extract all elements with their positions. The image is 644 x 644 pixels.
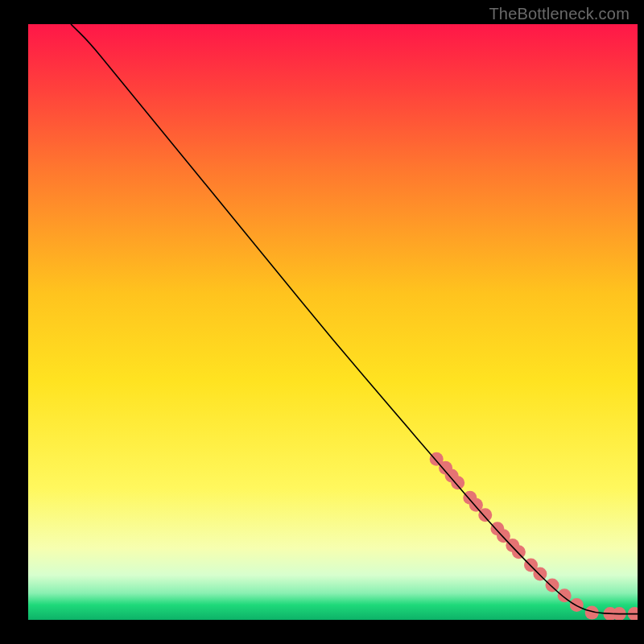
data-marker bbox=[533, 568, 547, 581]
chart-stage: TheBottleneck.com bbox=[0, 0, 644, 644]
data-marker bbox=[546, 579, 559, 592]
data-marker bbox=[469, 498, 483, 512]
watermark-text: TheBottleneck.com bbox=[489, 5, 630, 23]
data-marker bbox=[478, 508, 492, 522]
chart-plot-area bbox=[28, 24, 638, 620]
data-marker bbox=[512, 545, 526, 559]
data-marker bbox=[558, 588, 572, 602]
gradient-background bbox=[28, 24, 638, 620]
data-marker bbox=[451, 476, 464, 489]
data-marker bbox=[570, 598, 584, 612]
chart-svg bbox=[28, 24, 638, 620]
